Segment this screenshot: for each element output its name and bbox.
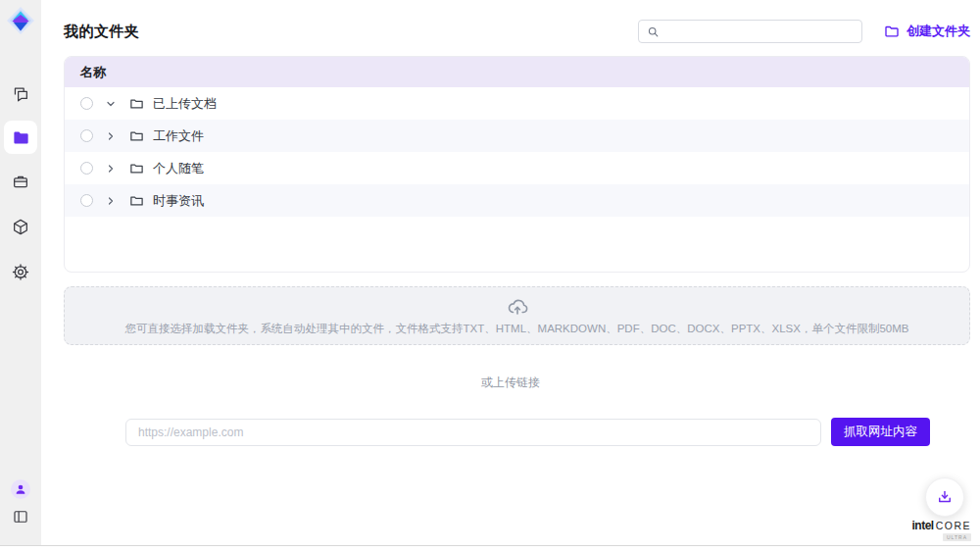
chat-icon	[12, 85, 30, 104]
upload-dropzone[interactable]: 您可直接选择加载文件夹，系统自动处理其中的文件，文件格式支持TXT、HTML、M…	[64, 286, 970, 345]
create-folder-label: 创建文件夹	[906, 23, 970, 40]
folder-table: 名称 已上传文档 工作文件	[64, 56, 970, 273]
core-word: core	[936, 520, 971, 531]
folder-outline-icon	[129, 128, 144, 143]
create-folder-button[interactable]: 创建文件夹	[884, 23, 970, 40]
sidebar-item-chat[interactable]	[12, 85, 30, 104]
diamond-logo-icon	[6, 6, 35, 35]
folder-icon	[12, 128, 30, 147]
sidebar-item-settings[interactable]	[12, 263, 30, 281]
user-avatar[interactable]	[11, 479, 30, 499]
gear-icon	[12, 263, 30, 281]
upload-hint-text: 您可直接选择加载文件夹，系统自动处理其中的文件，文件格式支持TXT、HTML、M…	[125, 322, 909, 336]
folder-name: 时事资讯	[153, 192, 204, 210]
chevron-right-icon[interactable]	[105, 163, 117, 175]
row-checkbox[interactable]	[80, 129, 93, 142]
column-name-header: 名称	[80, 64, 106, 81]
search-input[interactable]	[665, 25, 854, 38]
chevron-down-icon[interactable]	[105, 98, 117, 110]
table-row[interactable]: 个人随笔	[65, 152, 969, 184]
panel-toggle-icon[interactable]	[12, 508, 29, 526]
cloud-upload-icon	[506, 295, 529, 319]
table-row[interactable]: 时事资讯	[65, 184, 969, 217]
app-logo[interactable]	[6, 6, 35, 35]
table-header-row: 名称	[65, 57, 969, 87]
main-content: 我的文件夹 创建文件夹	[41, 0, 980, 545]
sidebar	[0, 0, 41, 545]
search-icon	[647, 25, 660, 38]
folder-outline-icon	[129, 161, 144, 176]
topbar: 我的文件夹 创建文件夹	[41, 0, 980, 43]
url-input[interactable]	[125, 419, 821, 446]
intel-core-wordmark: intel core	[911, 519, 971, 532]
page-title: 我的文件夹	[64, 23, 140, 41]
fetch-url-button[interactable]: 抓取网址内容	[831, 418, 930, 446]
briefcase-icon	[12, 173, 30, 191]
folder-name: 工作文件	[153, 127, 204, 145]
chevron-right-icon[interactable]	[105, 130, 117, 142]
sidebar-item-cube[interactable]	[12, 218, 30, 236]
folder-name: 已上传文档	[153, 95, 217, 113]
table-row[interactable]: 已上传文档	[65, 87, 969, 120]
person-icon	[14, 482, 27, 496]
row-checkbox[interactable]	[80, 194, 93, 207]
download-tray-icon	[936, 488, 954, 506]
chevron-right-icon[interactable]	[105, 195, 117, 207]
folder-outline-icon	[129, 96, 144, 111]
cube-icon	[12, 218, 30, 236]
window-bottom-border	[0, 545, 980, 546]
url-upload-row: 抓取网址内容	[125, 418, 980, 446]
folder-name: 个人随笔	[153, 160, 204, 177]
download-fab-button[interactable]	[925, 477, 964, 517]
search-box[interactable]	[638, 20, 862, 43]
row-checkbox[interactable]	[80, 97, 93, 110]
table-row[interactable]: 工作文件	[65, 120, 969, 152]
intel-ultra-badge: ultra	[943, 533, 971, 541]
or-upload-link-label: 或上传链接	[41, 375, 980, 391]
sidebar-item-folders-active[interactable]	[4, 121, 37, 154]
create-folder-icon	[884, 24, 900, 39]
row-checkbox[interactable]	[80, 162, 93, 175]
sidebar-item-briefcase[interactable]	[12, 173, 30, 191]
app-window: 我的文件夹 创建文件夹	[0, 0, 980, 552]
folder-outline-icon	[129, 193, 144, 208]
intel-word: intel	[911, 519, 933, 532]
intel-core-logo: intel core ultra	[911, 519, 971, 541]
